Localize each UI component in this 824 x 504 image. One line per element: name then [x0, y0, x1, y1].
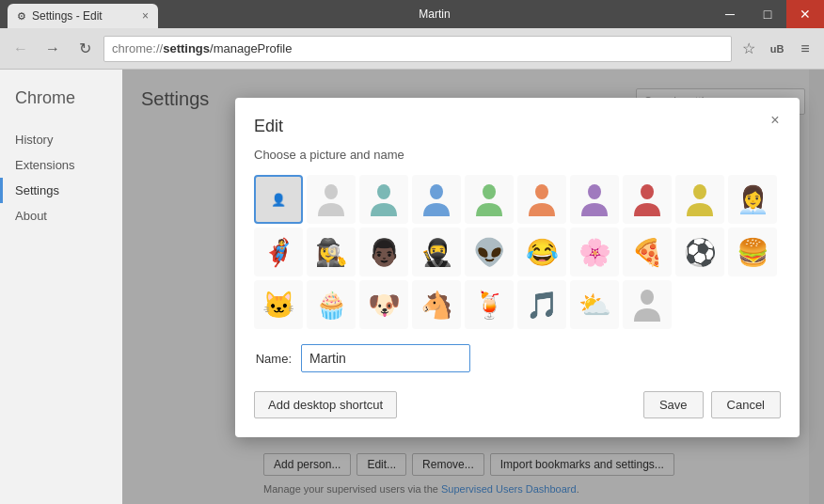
- url-bar[interactable]: chrome://settings/manageProfile: [103, 36, 732, 62]
- modal-close-button[interactable]: ×: [766, 111, 784, 130]
- modal-footer: Add desktop shortcut Save Cancel: [254, 391, 781, 418]
- tab-area: ⚙ Settings - Edit ×: [8, 0, 158, 28]
- maximize-button[interactable]: □: [749, 0, 786, 28]
- avatar-photo[interactable]: 👤: [254, 175, 303, 224]
- minimize-button[interactable]: ─: [711, 0, 749, 28]
- avatar-laughing[interactable]: 😂: [517, 228, 566, 276]
- titlebar: ⚙ Settings - Edit × Martin ─ □ ✕: [0, 0, 824, 28]
- url-rest: /manageProfile: [210, 41, 292, 55]
- url-bold: settings: [163, 41, 210, 55]
- avatar-row-1: 👤: [254, 175, 781, 224]
- name-label: Name:: [254, 352, 292, 366]
- content-area: Settings Search settings Add person... E…: [122, 70, 824, 504]
- svg-point-3: [483, 184, 496, 199]
- svg-point-6: [641, 184, 654, 199]
- main-area: Chrome History Extensions Settings About…: [0, 70, 824, 504]
- sidebar-item-settings[interactable]: Settings: [0, 178, 122, 203]
- avatar-row-2: 🦸 🕵️‍♀️ 👨🏿 🥷 👽 😂 🌸 🍕 ⚽ 🍔: [254, 228, 781, 276]
- avatar-partly-cloudy[interactable]: ⛅: [570, 280, 619, 329]
- svg-point-5: [588, 184, 601, 199]
- avatar-soccer[interactable]: ⚽: [675, 228, 724, 276]
- avatar-cocktail[interactable]: 🍹: [465, 280, 514, 329]
- sidebar-item-extensions[interactable]: Extensions: [0, 152, 122, 178]
- sidebar: Chrome History Extensions Settings About: [0, 70, 122, 504]
- svg-point-2: [430, 184, 443, 199]
- avatar-flower[interactable]: 🌸: [570, 228, 619, 276]
- avatar-silhouette-orange[interactable]: [517, 175, 566, 224]
- avatar-burger[interactable]: 🍔: [728, 228, 777, 276]
- avatar-grid: 👤: [254, 175, 781, 329]
- menu-icon[interactable]: ≡: [794, 38, 816, 60]
- avatar-silhouette-green[interactable]: [465, 175, 514, 224]
- active-tab[interactable]: ⚙ Settings - Edit ×: [8, 4, 158, 28]
- avatar-man-dark[interactable]: 👨🏿: [359, 228, 408, 276]
- url-scheme: chrome://: [112, 41, 163, 55]
- add-desktop-shortcut-button[interactable]: Add desktop shortcut: [254, 391, 397, 418]
- sidebar-brand: Chrome: [0, 88, 122, 127]
- sidebar-item-about[interactable]: About: [0, 203, 122, 228]
- avatar-silhouette-purple[interactable]: [570, 175, 619, 224]
- avatar-row-3: 🐱 🧁 🐶 🐴 🍹 🎵 ⛅: [254, 280, 781, 329]
- sidebar-item-history[interactable]: History: [0, 127, 122, 152]
- svg-point-4: [535, 184, 548, 199]
- svg-point-0: [325, 184, 338, 199]
- tab-gear-icon: ⚙: [17, 10, 26, 23]
- name-row: Name:: [254, 344, 781, 372]
- avatar-silhouette-red[interactable]: [623, 175, 672, 224]
- save-button[interactable]: Save: [643, 391, 704, 418]
- titlebar-user: Martin: [409, 8, 459, 21]
- avatar-silhouette-yellow[interactable]: [675, 175, 724, 224]
- avatar-alien[interactable]: 👽: [465, 228, 514, 276]
- modal-overlay: Edit × Choose a picture and name 👤: [122, 70, 824, 504]
- avatar-person-gray[interactable]: [623, 280, 672, 329]
- cancel-button[interactable]: Cancel: [711, 391, 781, 418]
- avatar-dog[interactable]: 🐶: [359, 280, 408, 329]
- addressbar-icons: ☆ uB ≡: [737, 38, 816, 60]
- svg-point-1: [377, 184, 390, 199]
- forward-button[interactable]: →: [40, 36, 66, 62]
- avatar-cat[interactable]: 🐱: [254, 280, 303, 329]
- modal-actions: Save Cancel: [643, 391, 781, 418]
- avatar-silhouette-gray[interactable]: [307, 175, 356, 224]
- reload-button[interactable]: ↻: [71, 36, 98, 62]
- avatar-ninja[interactable]: 🥷: [412, 228, 461, 276]
- avatar-music-note[interactable]: 🎵: [517, 280, 566, 329]
- window-controls: ─ □ ✕: [711, 0, 824, 28]
- tab-title: Settings - Edit: [32, 9, 103, 23]
- avatar-silhouette-teal[interactable]: [359, 175, 408, 224]
- modal-subtitle: Choose a picture and name: [254, 148, 781, 162]
- avatar-superhero[interactable]: 🦸: [254, 228, 303, 276]
- tab-close-button[interactable]: ×: [142, 9, 149, 23]
- addressbar: ← → ↻ chrome://settings/manageProfile ☆ …: [0, 28, 824, 70]
- avatar-woman-sunglasses[interactable]: 🕵️‍♀️: [307, 228, 356, 276]
- modal-title: Edit: [254, 117, 781, 136]
- ublock-icon[interactable]: uB: [766, 38, 788, 60]
- avatar-horse[interactable]: 🐴: [412, 280, 461, 329]
- avatar-pizza[interactable]: 🍕: [623, 228, 672, 276]
- edit-modal: Edit × Choose a picture and name 👤: [235, 98, 800, 437]
- bookmark-icon[interactable]: ☆: [737, 38, 760, 60]
- avatar-cupcake[interactable]: 🧁: [307, 280, 356, 329]
- avatar-silhouette-blue[interactable]: [412, 175, 461, 224]
- titlebar-left: ⚙ Settings - Edit ×: [0, 0, 158, 28]
- svg-point-7: [693, 184, 706, 199]
- avatar-glasses-woman[interactable]: 👩‍💼: [728, 175, 777, 224]
- svg-point-8: [641, 290, 654, 305]
- back-button[interactable]: ←: [8, 36, 34, 62]
- name-input[interactable]: [301, 344, 470, 372]
- close-button[interactable]: ✕: [786, 0, 824, 28]
